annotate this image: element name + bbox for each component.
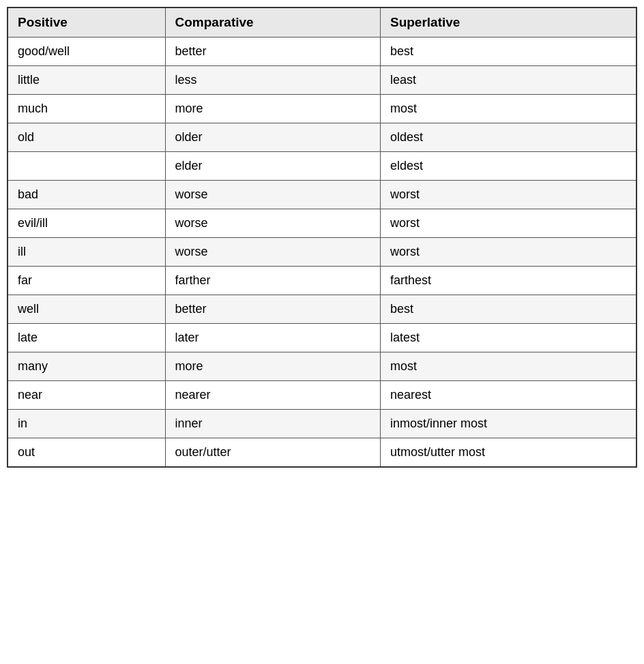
cell-1-2: least — [380, 66, 636, 95]
cell-1-1: less — [165, 66, 380, 95]
cell-0-1: better — [165, 37, 380, 66]
cell-2-0: much — [8, 95, 165, 123]
cell-9-2: best — [380, 295, 636, 324]
cell-11-2: most — [380, 352, 636, 381]
table-row: nearnearernearest — [8, 381, 636, 410]
cell-12-0: near — [8, 381, 165, 410]
cell-11-0: many — [8, 352, 165, 381]
cell-5-2: worst — [380, 181, 636, 209]
table-row: good/wellbetterbest — [8, 37, 636, 66]
cell-4-2: eldest — [380, 152, 636, 181]
table-row: ininnerinmost/inner most — [8, 410, 636, 438]
table-row: latelaterlatest — [8, 324, 636, 352]
adjective-comparison-table: Positive Comparative Superlative good/we… — [7, 7, 637, 468]
cell-2-1: more — [165, 95, 380, 123]
cell-10-2: latest — [380, 324, 636, 352]
cell-4-0 — [8, 152, 165, 181]
cell-14-0: out — [8, 438, 165, 468]
table-row: manymoremost — [8, 352, 636, 381]
table-row: wellbetterbest — [8, 295, 636, 324]
table-row: littlelessleast — [8, 66, 636, 95]
cell-9-1: better — [165, 295, 380, 324]
cell-6-1: worse — [165, 209, 380, 238]
cell-1-0: little — [8, 66, 165, 95]
cell-7-1: worse — [165, 238, 380, 267]
comparison-table-container: Positive Comparative Superlative good/we… — [7, 7, 637, 468]
cell-3-1: older — [165, 123, 380, 152]
cell-13-0: in — [8, 410, 165, 438]
cell-8-0: far — [8, 267, 165, 295]
table-row: illworseworst — [8, 238, 636, 267]
table-row: outouter/utterutmost/utter most — [8, 438, 636, 468]
cell-10-1: later — [165, 324, 380, 352]
cell-2-2: most — [380, 95, 636, 123]
cell-12-1: nearer — [165, 381, 380, 410]
cell-13-1: inner — [165, 410, 380, 438]
cell-3-0: old — [8, 123, 165, 152]
cell-6-0: evil/ill — [8, 209, 165, 238]
cell-7-2: worst — [380, 238, 636, 267]
table-row: badworseworst — [8, 181, 636, 209]
cell-12-2: nearest — [380, 381, 636, 410]
cell-8-1: farther — [165, 267, 380, 295]
cell-9-0: well — [8, 295, 165, 324]
cell-10-0: late — [8, 324, 165, 352]
cell-8-2: farthest — [380, 267, 636, 295]
cell-13-2: inmost/inner most — [380, 410, 636, 438]
header-comparative: Comparative — [165, 7, 380, 37]
cell-5-0: bad — [8, 181, 165, 209]
cell-14-2: utmost/utter most — [380, 438, 636, 468]
cell-11-1: more — [165, 352, 380, 381]
table-row: muchmoremost — [8, 95, 636, 123]
header-superlative: Superlative — [380, 7, 636, 37]
cell-6-2: worst — [380, 209, 636, 238]
cell-3-2: oldest — [380, 123, 636, 152]
cell-4-1: elder — [165, 152, 380, 181]
cell-14-1: outer/utter — [165, 438, 380, 468]
table-row: farfartherfarthest — [8, 267, 636, 295]
cell-0-0: good/well — [8, 37, 165, 66]
header-row: Positive Comparative Superlative — [8, 7, 636, 37]
table-row: eldereldest — [8, 152, 636, 181]
header-positive: Positive — [8, 7, 165, 37]
cell-7-0: ill — [8, 238, 165, 267]
table-row: evil/illworseworst — [8, 209, 636, 238]
table-row: oldolderoldest — [8, 123, 636, 152]
cell-5-1: worse — [165, 181, 380, 209]
cell-0-2: best — [380, 37, 636, 66]
